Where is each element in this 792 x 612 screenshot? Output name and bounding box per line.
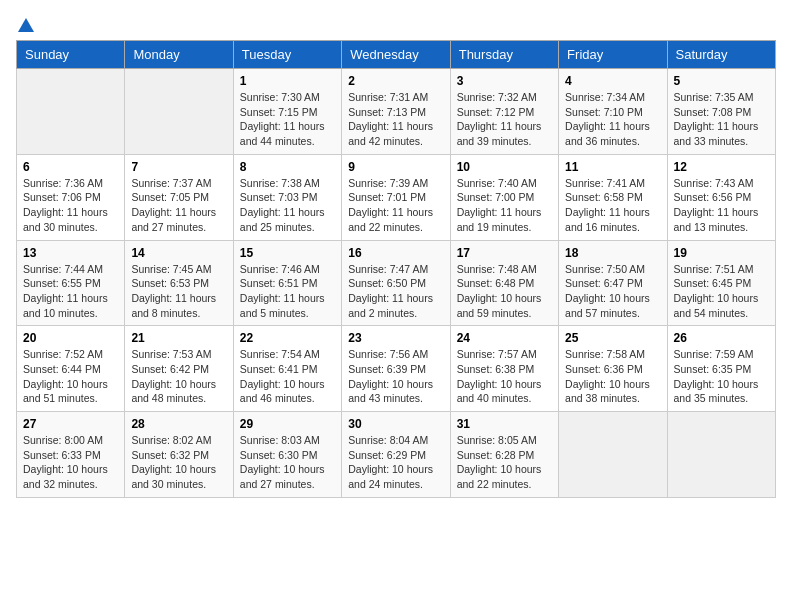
column-header-thursday: Thursday [450, 41, 558, 69]
day-number: 10 [457, 160, 552, 174]
day-cell: 30Sunrise: 8:04 AMSunset: 6:29 PMDayligh… [342, 412, 450, 498]
day-number: 11 [565, 160, 660, 174]
day-cell: 26Sunrise: 7:59 AMSunset: 6:35 PMDayligh… [667, 326, 775, 412]
calendar-header-row: SundayMondayTuesdayWednesdayThursdayFrid… [17, 41, 776, 69]
day-number: 13 [23, 246, 118, 260]
day-info: Sunrise: 8:03 AMSunset: 6:30 PMDaylight:… [240, 433, 335, 492]
day-number: 14 [131, 246, 226, 260]
day-number: 19 [674, 246, 769, 260]
day-info: Sunrise: 8:05 AMSunset: 6:28 PMDaylight:… [457, 433, 552, 492]
day-number: 1 [240, 74, 335, 88]
day-info: Sunrise: 7:54 AMSunset: 6:41 PMDaylight:… [240, 347, 335, 406]
day-cell: 14Sunrise: 7:45 AMSunset: 6:53 PMDayligh… [125, 240, 233, 326]
day-number: 21 [131, 331, 226, 345]
day-cell: 11Sunrise: 7:41 AMSunset: 6:58 PMDayligh… [559, 154, 667, 240]
day-number: 9 [348, 160, 443, 174]
week-row-3: 13Sunrise: 7:44 AMSunset: 6:55 PMDayligh… [17, 240, 776, 326]
day-cell: 4Sunrise: 7:34 AMSunset: 7:10 PMDaylight… [559, 69, 667, 155]
day-info: Sunrise: 7:31 AMSunset: 7:13 PMDaylight:… [348, 90, 443, 149]
day-info: Sunrise: 7:38 AMSunset: 7:03 PMDaylight:… [240, 176, 335, 235]
day-number: 6 [23, 160, 118, 174]
week-row-2: 6Sunrise: 7:36 AMSunset: 7:06 PMDaylight… [17, 154, 776, 240]
day-number: 30 [348, 417, 443, 431]
day-number: 4 [565, 74, 660, 88]
day-info: Sunrise: 7:43 AMSunset: 6:56 PMDaylight:… [674, 176, 769, 235]
day-info: Sunrise: 7:53 AMSunset: 6:42 PMDaylight:… [131, 347, 226, 406]
day-info: Sunrise: 7:57 AMSunset: 6:38 PMDaylight:… [457, 347, 552, 406]
day-info: Sunrise: 7:44 AMSunset: 6:55 PMDaylight:… [23, 262, 118, 321]
day-info: Sunrise: 7:48 AMSunset: 6:48 PMDaylight:… [457, 262, 552, 321]
column-header-tuesday: Tuesday [233, 41, 341, 69]
day-info: Sunrise: 7:32 AMSunset: 7:12 PMDaylight:… [457, 90, 552, 149]
day-cell [17, 69, 125, 155]
day-info: Sunrise: 7:41 AMSunset: 6:58 PMDaylight:… [565, 176, 660, 235]
day-cell: 25Sunrise: 7:58 AMSunset: 6:36 PMDayligh… [559, 326, 667, 412]
day-cell: 12Sunrise: 7:43 AMSunset: 6:56 PMDayligh… [667, 154, 775, 240]
day-info: Sunrise: 7:47 AMSunset: 6:50 PMDaylight:… [348, 262, 443, 321]
day-cell: 22Sunrise: 7:54 AMSunset: 6:41 PMDayligh… [233, 326, 341, 412]
day-cell [667, 412, 775, 498]
day-cell: 10Sunrise: 7:40 AMSunset: 7:00 PMDayligh… [450, 154, 558, 240]
day-cell [125, 69, 233, 155]
day-number: 25 [565, 331, 660, 345]
column-header-friday: Friday [559, 41, 667, 69]
week-row-5: 27Sunrise: 8:00 AMSunset: 6:33 PMDayligh… [17, 412, 776, 498]
day-number: 8 [240, 160, 335, 174]
calendar: SundayMondayTuesdayWednesdayThursdayFrid… [16, 40, 776, 498]
day-info: Sunrise: 7:35 AMSunset: 7:08 PMDaylight:… [674, 90, 769, 149]
day-cell: 18Sunrise: 7:50 AMSunset: 6:47 PMDayligh… [559, 240, 667, 326]
day-number: 17 [457, 246, 552, 260]
day-info: Sunrise: 7:39 AMSunset: 7:01 PMDaylight:… [348, 176, 443, 235]
column-header-wednesday: Wednesday [342, 41, 450, 69]
day-cell: 7Sunrise: 7:37 AMSunset: 7:05 PMDaylight… [125, 154, 233, 240]
day-cell: 20Sunrise: 7:52 AMSunset: 6:44 PMDayligh… [17, 326, 125, 412]
day-info: Sunrise: 7:58 AMSunset: 6:36 PMDaylight:… [565, 347, 660, 406]
day-number: 22 [240, 331, 335, 345]
column-header-monday: Monday [125, 41, 233, 69]
day-cell: 15Sunrise: 7:46 AMSunset: 6:51 PMDayligh… [233, 240, 341, 326]
day-info: Sunrise: 8:02 AMSunset: 6:32 PMDaylight:… [131, 433, 226, 492]
day-number: 27 [23, 417, 118, 431]
day-number: 5 [674, 74, 769, 88]
day-info: Sunrise: 7:45 AMSunset: 6:53 PMDaylight:… [131, 262, 226, 321]
day-info: Sunrise: 7:37 AMSunset: 7:05 PMDaylight:… [131, 176, 226, 235]
day-info: Sunrise: 7:40 AMSunset: 7:00 PMDaylight:… [457, 176, 552, 235]
day-info: Sunrise: 7:34 AMSunset: 7:10 PMDaylight:… [565, 90, 660, 149]
day-info: Sunrise: 7:51 AMSunset: 6:45 PMDaylight:… [674, 262, 769, 321]
day-info: Sunrise: 7:56 AMSunset: 6:39 PMDaylight:… [348, 347, 443, 406]
day-number: 18 [565, 246, 660, 260]
week-row-4: 20Sunrise: 7:52 AMSunset: 6:44 PMDayligh… [17, 326, 776, 412]
day-number: 31 [457, 417, 552, 431]
page-header [16, 16, 776, 30]
day-info: Sunrise: 8:04 AMSunset: 6:29 PMDaylight:… [348, 433, 443, 492]
day-number: 28 [131, 417, 226, 431]
day-cell: 5Sunrise: 7:35 AMSunset: 7:08 PMDaylight… [667, 69, 775, 155]
day-cell: 17Sunrise: 7:48 AMSunset: 6:48 PMDayligh… [450, 240, 558, 326]
day-cell: 9Sunrise: 7:39 AMSunset: 7:01 PMDaylight… [342, 154, 450, 240]
day-number: 7 [131, 160, 226, 174]
day-cell: 23Sunrise: 7:56 AMSunset: 6:39 PMDayligh… [342, 326, 450, 412]
week-row-1: 1Sunrise: 7:30 AMSunset: 7:15 PMDaylight… [17, 69, 776, 155]
day-cell: 13Sunrise: 7:44 AMSunset: 6:55 PMDayligh… [17, 240, 125, 326]
logo [16, 16, 36, 30]
day-cell: 29Sunrise: 8:03 AMSunset: 6:30 PMDayligh… [233, 412, 341, 498]
column-header-saturday: Saturday [667, 41, 775, 69]
day-number: 24 [457, 331, 552, 345]
day-number: 29 [240, 417, 335, 431]
day-info: Sunrise: 7:50 AMSunset: 6:47 PMDaylight:… [565, 262, 660, 321]
column-header-sunday: Sunday [17, 41, 125, 69]
day-cell: 24Sunrise: 7:57 AMSunset: 6:38 PMDayligh… [450, 326, 558, 412]
day-number: 26 [674, 331, 769, 345]
day-cell: 31Sunrise: 8:05 AMSunset: 6:28 PMDayligh… [450, 412, 558, 498]
day-cell: 1Sunrise: 7:30 AMSunset: 7:15 PMDaylight… [233, 69, 341, 155]
day-info: Sunrise: 8:00 AMSunset: 6:33 PMDaylight:… [23, 433, 118, 492]
day-info: Sunrise: 7:59 AMSunset: 6:35 PMDaylight:… [674, 347, 769, 406]
svg-marker-0 [18, 18, 34, 32]
day-number: 15 [240, 246, 335, 260]
day-cell: 19Sunrise: 7:51 AMSunset: 6:45 PMDayligh… [667, 240, 775, 326]
day-number: 12 [674, 160, 769, 174]
day-number: 2 [348, 74, 443, 88]
day-cell: 6Sunrise: 7:36 AMSunset: 7:06 PMDaylight… [17, 154, 125, 240]
day-cell: 2Sunrise: 7:31 AMSunset: 7:13 PMDaylight… [342, 69, 450, 155]
day-number: 23 [348, 331, 443, 345]
